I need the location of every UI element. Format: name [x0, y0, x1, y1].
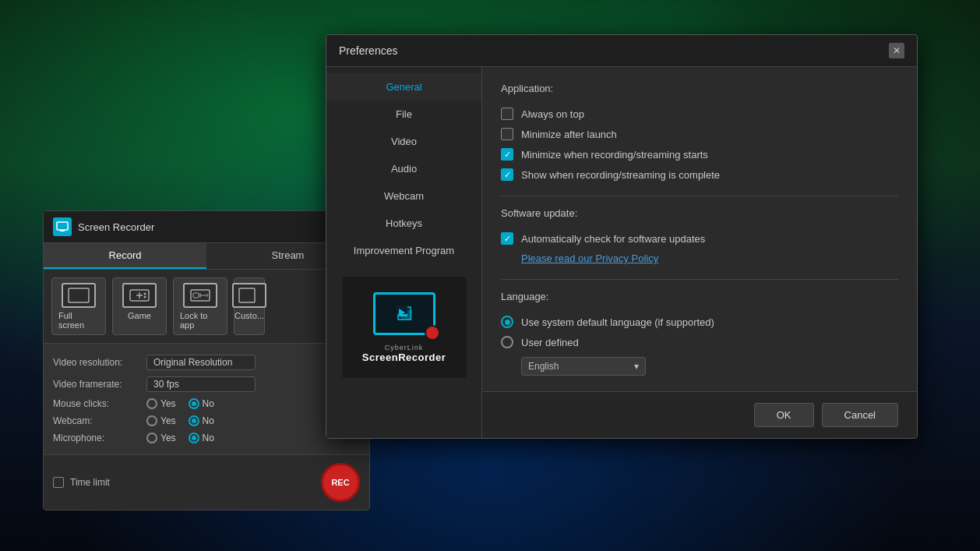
nav-file[interactable]: File — [326, 101, 481, 128]
mode-game-label: Game — [128, 311, 151, 320]
dialog-title: Preferences — [339, 44, 397, 57]
video-framerate-value[interactable]: 30 fps — [146, 376, 256, 392]
cyberlink-brand: CyberLink — [385, 344, 424, 351]
svg-rect-2 — [60, 230, 65, 231]
auto-check-updates-label: Automatically check for software updates — [521, 233, 705, 245]
time-limit-checkbox[interactable] — [53, 477, 64, 488]
tab-record[interactable]: Record — [44, 243, 206, 269]
show-when-complete-label: Show when recording/streaming is complet… — [521, 169, 720, 181]
cancel-button[interactable]: Cancel — [822, 403, 898, 427]
mode-custom-label: Custo... — [234, 311, 264, 320]
user-defined-language-radio[interactable] — [501, 336, 513, 348]
video-framerate-row: Video framerate: 30 fps — [53, 373, 360, 395]
privacy-policy-link[interactable]: Please read our Privacy Policy — [521, 253, 658, 264]
video-resolution-label: Video resolution: — [53, 357, 146, 368]
mode-custom[interactable]: Custo... — [234, 277, 265, 335]
nav-hotkeys[interactable]: Hotkeys — [326, 210, 481, 237]
svg-line-14 — [206, 295, 208, 297]
language-dropdown-container: English ▾ — [501, 357, 898, 376]
webcam-row: Webcam: Yes No — [53, 412, 360, 429]
system-default-language-radio[interactable] — [501, 316, 513, 328]
recorder-titlebar: Screen Recorder — [44, 211, 369, 243]
webcam-yes[interactable]: Yes — [146, 415, 176, 426]
privacy-link-row: Please read our Privacy Policy — [501, 249, 898, 268]
mode-fullscreen[interactable]: Full screen — [51, 277, 106, 335]
system-default-language-row: Use system default language (if supporte… — [501, 312, 898, 332]
microphone-label: Microphone: — [53, 433, 146, 443]
yes-label-mic: Yes — [160, 433, 176, 443]
show-when-complete-checkbox[interactable] — [501, 168, 513, 181]
nav-general[interactable]: General — [326, 73, 481, 101]
time-limit-row: Time limit — [53, 477, 110, 488]
dialog-titlebar: Preferences ✕ — [326, 35, 917, 67]
webcam-no[interactable]: No — [189, 415, 214, 426]
user-defined-language-row: User defined — [501, 332, 898, 352]
minimize-after-launch-checkbox[interactable] — [501, 128, 513, 140]
language-section-title: Language: — [501, 291, 898, 302]
recorder-window-title: Screen Recorder — [78, 221, 154, 233]
yes-label-webcam: Yes — [160, 415, 176, 426]
mic-yes[interactable]: Yes — [146, 433, 176, 443]
no-label-mic: No — [203, 433, 214, 443]
webcam-yes-radio[interactable] — [146, 415, 157, 426]
system-default-language-label: Use system default language (if supporte… — [521, 316, 714, 328]
game-icon — [122, 283, 157, 308]
divider-1 — [501, 196, 898, 196]
mouse-yes-radio[interactable] — [146, 398, 157, 409]
recorder-window: Screen Recorder Record Stream Full scree… — [43, 210, 370, 510]
mode-locktoapp-label: Lock to app — [180, 311, 220, 330]
always-on-top-row: Always on top — [501, 104, 898, 124]
mic-yes-radio[interactable] — [146, 433, 157, 443]
nav-webcam[interactable]: Webcam — [326, 182, 481, 210]
svg-point-8 — [144, 296, 146, 298]
dialog-sidebar: General File Video Audio Webcam Hotkeys … — [326, 67, 482, 438]
microphone-row: Microphone: Yes No — [53, 429, 360, 447]
mouse-no-radio[interactable] — [189, 398, 199, 409]
time-limit-label: Time limit — [70, 477, 110, 488]
show-when-complete-row: Show when recording/streaming is complet… — [501, 164, 898, 185]
mouse-clicks-yes[interactable]: Yes — [146, 398, 176, 409]
no-label-webcam: No — [203, 415, 214, 426]
minimize-after-launch-row: Minimize after launch — [501, 124, 898, 144]
svg-rect-1 — [59, 224, 65, 228]
language-dropdown[interactable]: English ▾ — [521, 357, 646, 376]
video-resolution-value[interactable]: Original Resolution — [146, 355, 256, 370]
ok-button[interactable]: OK — [754, 403, 814, 427]
close-button[interactable]: ✕ — [889, 43, 904, 58]
recorder-app-icon — [53, 217, 72, 236]
logo-area: CyberLink ScreenRecorder — [326, 267, 481, 387]
mouse-clicks-no[interactable]: No — [189, 398, 214, 409]
minimize-when-recording-checkbox[interactable] — [501, 148, 513, 161]
nav-video[interactable]: Video — [326, 128, 481, 155]
webcam-no-radio[interactable] — [189, 415, 199, 426]
fullscreen-icon — [62, 283, 96, 308]
mode-game[interactable]: Game — [112, 277, 167, 335]
mouse-clicks-label: Mouse clicks: — [53, 398, 146, 409]
app-logo-text: ScreenRecorder — [362, 351, 446, 363]
auto-check-updates-row: Automatically check for software updates — [501, 228, 898, 249]
mic-no-radio[interactable] — [189, 433, 199, 443]
nav-audio[interactable]: Audio — [326, 155, 481, 182]
video-resolution-row: Video resolution: Original Resolution — [53, 351, 360, 373]
mic-no[interactable]: No — [189, 433, 214, 443]
mode-fullscreen-label: Full screen — [58, 311, 99, 330]
nav-improvement[interactable]: Improvement Program — [326, 237, 481, 264]
rec-button[interactable]: REC — [321, 463, 360, 502]
dialog-body: General File Video Audio Webcam Hotkeys … — [326, 67, 917, 438]
rec-dot-logo — [425, 325, 440, 341]
minimize-after-launch-label: Minimize after launch — [521, 129, 617, 140]
dialog-footer: OK Cancel — [482, 391, 917, 438]
mode-lock-to-app[interactable]: Lock to app — [173, 277, 227, 335]
dialog-right-panel: Application: Always on top Minimize afte… — [482, 67, 917, 438]
webcam-options: Yes No — [146, 415, 214, 426]
software-update-section-title: Software update: — [501, 207, 898, 219]
svg-rect-15 — [239, 288, 255, 302]
dialog-content: Application: Always on top Minimize afte… — [482, 67, 917, 391]
application-section-title: Application: — [501, 83, 898, 94]
always-on-top-checkbox[interactable] — [501, 108, 513, 120]
chevron-down-icon: ▾ — [634, 361, 639, 372]
always-on-top-label: Always on top — [521, 108, 584, 120]
logo-text-area: CyberLink ScreenRecorder — [362, 344, 446, 363]
recorder-tabs: Record Stream — [44, 243, 369, 270]
auto-check-updates-checkbox[interactable] — [501, 232, 513, 245]
